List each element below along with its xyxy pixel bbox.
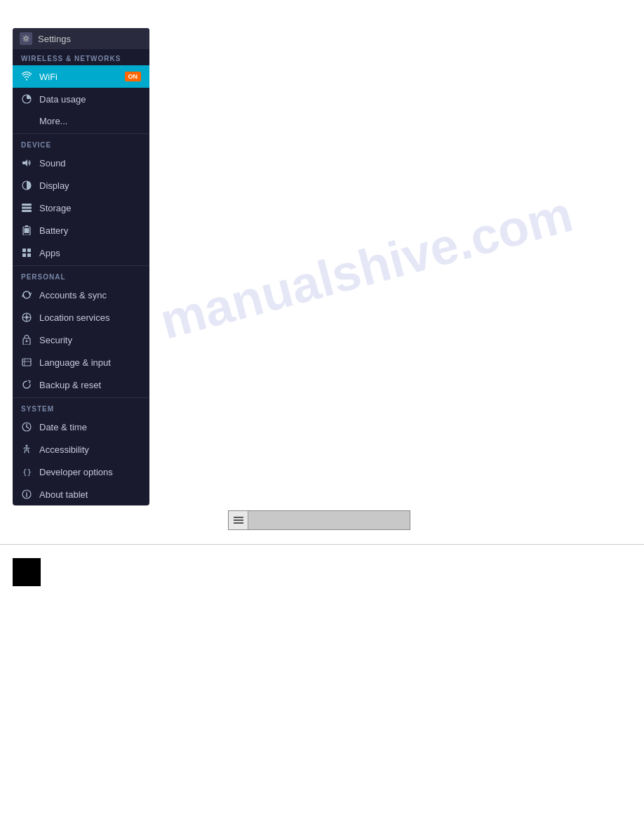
about-tablet-icon	[21, 489, 32, 500]
sidebar-item-language-input[interactable]: Language & input	[13, 351, 149, 373]
svg-rect-4	[22, 204, 32, 206]
svg-point-15	[25, 316, 28, 319]
accessibility-icon	[21, 444, 32, 455]
developer-options-label: Developer options	[39, 467, 113, 477]
wifi-toggle[interactable]: ON	[125, 72, 142, 81]
location-services-label: Location services	[39, 312, 109, 323]
apps-icon	[21, 247, 32, 258]
backup-reset-label: Backup & reset	[39, 380, 101, 390]
battery-icon	[21, 225, 32, 236]
bottom-divider	[0, 544, 644, 545]
developer-options-icon: {}	[21, 466, 32, 477]
svg-rect-6	[22, 210, 32, 212]
accounts-sync-label: Accounts & sync	[39, 290, 107, 300]
accessibility-label: Accessibility	[39, 444, 89, 455]
sound-label: Sound	[39, 158, 66, 168]
icon-line-3	[234, 522, 243, 524]
sidebar-item-developer-options[interactable]: {} Developer options	[13, 461, 149, 483]
icon-line-2	[234, 519, 243, 521]
svg-point-32	[26, 491, 27, 493]
date-time-label: Date & time	[39, 422, 87, 432]
data-usage-label: Data usage	[39, 94, 86, 105]
sidebar-item-battery[interactable]: Battery	[13, 219, 149, 241]
sidebar-title: Settings	[38, 34, 71, 44]
text-input[interactable]	[248, 511, 410, 529]
display-label: Display	[39, 180, 69, 191]
divider-2	[13, 265, 149, 266]
sidebar-item-apps[interactable]: Apps	[13, 241, 149, 264]
svg-point-0	[25, 37, 27, 40]
svg-rect-9	[25, 228, 29, 233]
sidebar-item-about-tablet[interactable]: About tablet	[13, 483, 149, 505]
section-system-label: SYSTEM	[13, 399, 149, 416]
svg-rect-11	[27, 249, 31, 252]
section-personal-label: PERSONAL	[13, 267, 149, 284]
sidebar-item-backup-reset[interactable]: Backup & reset	[13, 373, 149, 396]
language-input-icon	[21, 357, 32, 368]
divider-1	[13, 133, 149, 134]
storage-icon	[21, 202, 32, 213]
date-time-icon	[21, 421, 32, 432]
watermark: manualshive.com	[154, 185, 579, 350]
sidebar-item-accounts-sync[interactable]: Accounts & sync	[13, 284, 149, 306]
language-input-label: Language & input	[39, 357, 111, 368]
security-label: Security	[39, 335, 72, 345]
sidebar-item-location-services[interactable]: Location services	[13, 306, 149, 329]
sidebar-item-accessibility[interactable]: Accessibility	[13, 438, 149, 461]
location-services-icon	[21, 312, 32, 323]
divider-3	[13, 397, 149, 398]
more-label: More...	[39, 116, 67, 126]
about-tablet-label: About tablet	[39, 489, 88, 500]
sidebar-item-more[interactable]: More...	[13, 110, 149, 132]
sidebar-item-data-usage[interactable]: Data usage	[13, 88, 149, 110]
backup-reset-icon	[21, 379, 32, 390]
svg-point-28	[26, 445, 28, 447]
input-icon-box	[229, 511, 248, 529]
storage-label: Storage	[39, 203, 72, 213]
sidebar-item-display[interactable]: Display	[13, 174, 149, 197]
svg-text:{}: {}	[22, 468, 32, 477]
sidebar-header: Settings	[13, 28, 149, 49]
security-icon	[21, 334, 32, 345]
apps-label: Apps	[39, 248, 60, 258]
section-device-label: DEVICE	[13, 135, 149, 152]
svg-rect-22	[22, 359, 31, 366]
section-wireless-label: WIRELESS & NETWORKS	[13, 49, 149, 65]
sidebar-item-storage[interactable]: Storage	[13, 197, 149, 219]
svg-point-21	[26, 340, 28, 343]
sidebar-item-wifi[interactable]: WiFi ON	[13, 65, 149, 88]
svg-rect-8	[25, 225, 28, 227]
display-icon	[21, 180, 32, 191]
svg-line-27	[27, 427, 29, 428]
list-icon	[234, 517, 243, 524]
sidebar-item-sound[interactable]: Sound	[13, 152, 149, 174]
accounts-sync-icon	[21, 289, 32, 300]
svg-rect-10	[22, 249, 26, 252]
sound-icon	[21, 157, 32, 168]
data-usage-icon	[21, 93, 32, 105]
settings-icon	[20, 32, 32, 45]
wifi-label: WiFi	[39, 72, 58, 82]
svg-rect-5	[22, 207, 32, 209]
icon-line-1	[234, 517, 243, 518]
svg-rect-12	[22, 253, 26, 257]
svg-marker-2	[22, 159, 27, 166]
sidebar-item-date-time[interactable]: Date & time	[13, 416, 149, 438]
sidebar-item-security[interactable]: Security	[13, 329, 149, 351]
battery-label: Battery	[39, 225, 68, 236]
input-area-container	[228, 510, 410, 530]
wifi-icon	[21, 71, 32, 82]
black-square	[13, 558, 41, 586]
svg-rect-13	[27, 253, 31, 257]
settings-sidebar: Settings WIRELESS & NETWORKS WiFi ON	[13, 28, 149, 505]
